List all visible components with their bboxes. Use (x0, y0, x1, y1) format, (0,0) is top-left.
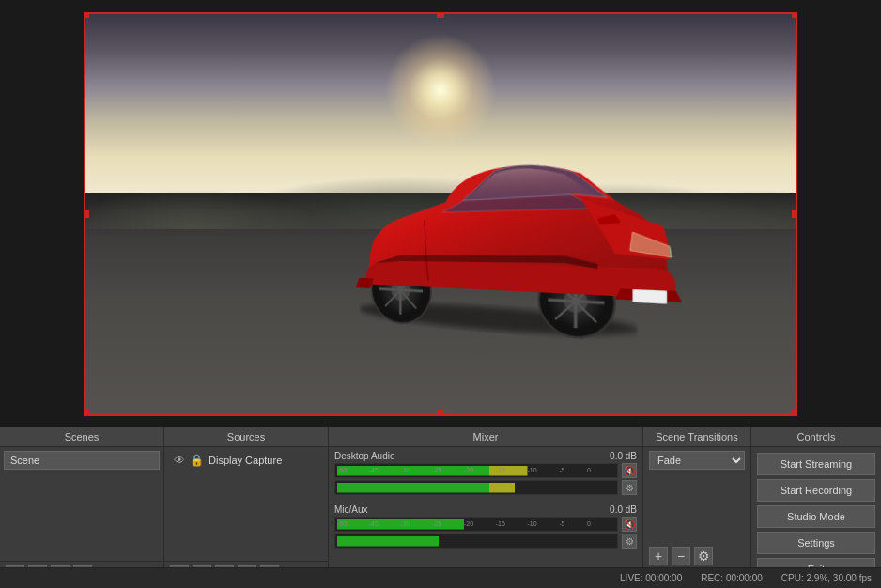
car-body (328, 126, 682, 353)
sources-content: 👁 🔒 Display Capture (164, 447, 328, 561)
mic-aux-controls: 🔇 ⚙ (622, 517, 637, 549)
rec-status: REC: 00:00:00 (701, 573, 763, 583)
svg-rect-16 (634, 291, 666, 303)
handle-top-mid[interactable] (437, 12, 444, 18)
mic-aux-label: Mic/Aux (334, 504, 368, 515)
mic-aux-mute[interactable]: 🔇 (622, 517, 637, 532)
live-status: LIVE: 00:00:00 (620, 573, 682, 583)
transitions-content: Fade Cut Swipe (643, 447, 750, 543)
desktop-audio-label: Desktop Audio (334, 451, 395, 461)
mic-aux-bar2 (334, 534, 618, 549)
mic-aux-bar: -60 -45 -30 -25 -20 -15 -10 -5 0 (334, 517, 618, 532)
mic-aux-level2 (337, 536, 591, 547)
sources-header: Sources (164, 427, 328, 447)
transitions-panel: Scene Transitions Fade Cut Swipe + − ⚙ D… (643, 427, 751, 588)
handle-bottom-left[interactable] (84, 410, 89, 416)
sources-panel: Sources 👁 🔒 Display Capture + − ⚙ ∧ ∨ (164, 427, 329, 588)
settings-button[interactable]: Settings (757, 532, 875, 554)
bottom-panel: Scenes Scene + − ∧ ∨ Sources 👁 🔒 Display… (0, 427, 881, 588)
source-item[interactable]: 👁 🔒 Display Capture (168, 451, 324, 470)
transition-type-select[interactable]: Fade Cut Swipe (649, 451, 745, 470)
scenes-panel: Scenes Scene + − ∧ ∨ (0, 427, 164, 588)
handle-top-right[interactable] (792, 12, 797, 18)
desktop-audio-bar: -60 -45 -30 -25 -20 -15 -10 -5 0 (334, 463, 618, 478)
mic-aux-main: -60 -45 -30 -25 -20 -15 -10 -5 0 (334, 517, 618, 549)
mic-aux-db: 0.0 dB (610, 504, 637, 515)
desktop-audio-level2 (337, 483, 591, 493)
transition-add-button[interactable]: + (649, 547, 668, 565)
start-recording-button[interactable]: Start Recording (757, 479, 875, 502)
transitions-toolbar: + − ⚙ (643, 543, 750, 569)
transition-type-wrapper: Fade Cut Swipe (649, 451, 745, 470)
start-streaming-button[interactable]: Start Streaming (757, 453, 875, 475)
handle-top-left[interactable] (84, 12, 89, 18)
sun-glow (384, 34, 497, 147)
desktop-audio-labels: -60 -45 -30 -25 -20 -15 -10 -5 0 (337, 464, 591, 477)
mic-aux-track: Mic/Aux 0.0 dB -60 -45 -30 -25 (334, 504, 637, 549)
source-item-label: Display Capture (209, 455, 282, 466)
controls-header: Controls (751, 427, 881, 447)
mixer-spacer (334, 497, 637, 503)
handle-mid-right[interactable] (792, 210, 797, 218)
mixer-panel: Mixer Desktop Audio 0.0 dB -60 (329, 427, 643, 588)
panels-row: Scenes Scene + − ∧ ∨ Sources 👁 🔒 Display… (0, 427, 881, 588)
controls-panel: Controls Start Streaming Start Recording… (751, 427, 881, 588)
desktop-audio-db: 0.0 dB (610, 451, 637, 461)
studio-mode-button[interactable]: Studio Mode (757, 505, 875, 528)
cpu-status: CPU: 2.9%, 30.00 fps (781, 573, 872, 583)
scenes-content: Scene (0, 447, 163, 561)
desktop-audio-mute[interactable]: 🔇 (622, 463, 637, 478)
handle-mid-left[interactable] (84, 210, 89, 218)
scene-item[interactable]: Scene (4, 451, 160, 470)
source-eye-icon[interactable]: 👁 (174, 454, 185, 467)
preview-canvas (84, 12, 797, 416)
desktop-audio-header: Desktop Audio 0.0 dB (334, 451, 637, 461)
transitions-header: Scene Transitions (643, 427, 750, 447)
handle-bottom-mid[interactable] (437, 410, 444, 416)
desktop-audio-bar2 (334, 480, 618, 495)
mic-aux-header: Mic/Aux 0.0 dB (334, 504, 637, 515)
status-bar: LIVE: 00:00:00 REC: 00:00:00 CPU: 2.9%, … (0, 567, 881, 588)
mic-aux-row: -60 -45 -30 -25 -20 -15 -10 -5 0 (334, 516, 637, 549)
source-lock-icon[interactable]: 🔒 (190, 454, 204, 467)
transition-remove-button[interactable]: − (672, 547, 690, 565)
mic-aux-settings[interactable]: ⚙ (622, 534, 637, 549)
scenes-header: Scenes (0, 427, 163, 447)
transition-settings-button[interactable]: ⚙ (694, 547, 713, 565)
handle-bottom-right[interactable] (792, 410, 797, 416)
desktop-audio-settings[interactable]: ⚙ (622, 480, 637, 495)
desktop-audio-row: -60 -45 -30 -25 -20 -15 -10 -5 0 (334, 462, 637, 495)
desktop-audio-controls: 🔇 ⚙ (622, 463, 637, 495)
desktop-audio-track: Desktop Audio 0.0 dB -60 -45 -30 (334, 451, 637, 495)
preview-area (0, 0, 881, 427)
mic-aux-labels: -60 -45 -30 -25 -20 -15 -10 -5 0 (337, 518, 591, 531)
mixer-header: Mixer (329, 427, 642, 447)
desktop-audio-main: -60 -45 -30 -25 -20 -15 -10 -5 0 (334, 463, 618, 495)
